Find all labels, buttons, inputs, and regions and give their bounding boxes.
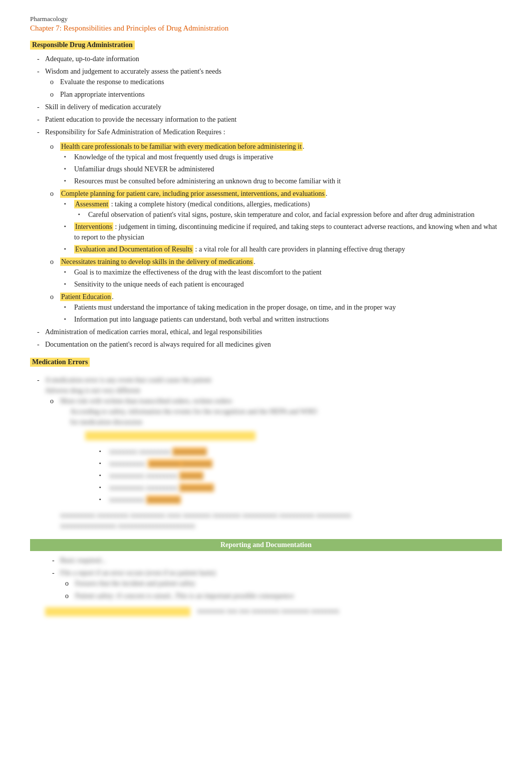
o1-after: . — [303, 143, 305, 150]
blurred-o-1-c: for medication discussion — [70, 417, 502, 427]
section1-main-list: Adequate, up-to-date information Wisdom … — [30, 54, 502, 350]
section3-item-2: File a report if an error occurs (even i… — [45, 568, 502, 601]
section1-heading: Responsible Drug Administration — [30, 41, 135, 50]
interventions-text: : judgement in timing, discontinuing med… — [74, 223, 497, 241]
o2-after: . — [326, 190, 328, 197]
section3-block: Reporting and Documentation Basic requir… — [30, 539, 502, 616]
section3-item-1: Basic required... — [45, 555, 502, 566]
section2-o-list: More risk with written than transcribed … — [45, 396, 502, 427]
section2-highlight-block — [85, 431, 502, 442]
section2-content: A medication error is any event that cou… — [30, 375, 502, 531]
section2-sq-2: xxxxxxxxxx: xxxxxxxxx (xxxxxxx) — [95, 458, 502, 469]
wisdom-sublist: Evaluate the response to medications Pla… — [45, 77, 502, 100]
blurred-o-1-b: According to safety, information the eve… — [70, 406, 502, 417]
assessment-sub: Careful observation of patient's vital s… — [74, 209, 502, 220]
dash-item-1: Adequate, up-to-date information — [30, 54, 502, 64]
chapter-title: Chapter 7: Responsibilities and Principl… — [30, 24, 502, 33]
dash-bottom-1: Administration of medication carries mor… — [30, 327, 502, 337]
o-item-2: Complete planning for patient care, incl… — [45, 188, 502, 254]
o2-sq-list: Assessment : taking a complete history (… — [60, 199, 502, 254]
sq-item-4-2: Information put into language patients c… — [60, 314, 502, 325]
o-item-evaluate: Evaluate the response to medications — [45, 77, 502, 87]
sq-sub-item-2-1-1: Careful observation of patient's vital s… — [74, 209, 502, 220]
section3-heading: Reporting and Documentation — [30, 539, 502, 551]
dash-item-4: Patient education to provide the necessa… — [30, 114, 502, 125]
blurred-o-1-a: More risk with written than transcribed … — [60, 396, 502, 406]
sq-item-1-3: Resources must be consulted before admin… — [60, 176, 502, 186]
o4-highlight: Patient Education — [60, 293, 112, 301]
dash-bottom-2: Documentation on the patient's record is… — [30, 339, 502, 350]
o-item-4: Patient Education. Patients must underst… — [45, 292, 502, 325]
o1-highlight: Health care professionals to be familiar… — [60, 142, 303, 151]
section2-heading-wrapper: Medication Errors — [30, 358, 502, 371]
o1-sq-list: Knowledge of the typical and most freque… — [60, 152, 502, 186]
section2-blurred-item: A medication error is any event that cou… — [30, 375, 502, 427]
o3-after: . — [253, 258, 255, 266]
o3-highlight: Necessitates training to develop skills … — [60, 257, 253, 266]
sq-item-3-2: Sensitivity to the unique needs of each … — [60, 279, 502, 290]
sq-item-2-3: Evaluation and Documentation of Results … — [60, 244, 502, 254]
sq-item-1-1: Knowledge of the typical and most freque… — [60, 152, 502, 162]
section3-o-2: Patient safety: if concern is raised...T… — [60, 591, 502, 601]
section2-blurred-list: A medication error is any event that cou… — [30, 375, 502, 427]
section2-sq-1: xxxxxxxx xxxxxxxxx (xxxxxxxx) — [95, 446, 502, 457]
section2-o-item-1: More risk with written than transcribed … — [45, 396, 502, 427]
section2-blurred-long: xxxxxxxxxx xxxxxxxxx xxxxxxxxxx xxxx xxx… — [60, 510, 502, 531]
interventions-label: Interventions — [74, 222, 113, 231]
section3-list: Basic required... File a report if an er… — [45, 555, 502, 601]
o-item-1: Health care professionals to be familiar… — [45, 141, 502, 186]
o2-highlight: Complete planning for patient care, incl… — [60, 189, 326, 198]
section2-blurred-subitems: xxxxxxxx xxxxxxxxx (xxxxxxxx) xxxxxxxxxx… — [95, 446, 502, 505]
evaluation-text: : a vital role for all health care provi… — [195, 245, 405, 253]
sq-item-2-2: Interventions : judgement in timing, dis… — [60, 221, 502, 242]
sq-item-2-1: Assessment : taking a complete history (… — [60, 199, 502, 220]
sq-item-3-1: Goal is to maximize the effectiveness of… — [60, 267, 502, 278]
sq-item-4-1: Patients must understand the importance … — [60, 302, 502, 313]
section2-sq-3: xxxxxxxxxx xxxxxxxxx (xxxxx) — [95, 470, 502, 481]
section3-o-1: Ensures that the incident and patient sa… — [60, 578, 502, 589]
dash-item-5: Responsibility for Safe Administration o… — [30, 127, 502, 325]
dash-item-2: Wisdom and judgement to accurately asses… — [30, 66, 502, 100]
dash-item-3: Skill in delivery of medication accurate… — [30, 102, 502, 112]
blurred-line-1: A medication error is any event that cou… — [45, 375, 502, 385]
assessment-text: : taking a complete history (medical con… — [111, 200, 310, 208]
section3-bottom-highlight: xxxxxxxx xxx xxx xxxxxxxx xxxxxxxx xxxxx… — [45, 607, 502, 616]
section3-content: Basic required... File a report if an er… — [45, 555, 502, 601]
o-list-main: Health care professionals to be familiar… — [45, 141, 502, 325]
section2-sq-4: xxxxxxxxxx xxxxxxxxx (xxxxxxxx) — [95, 482, 502, 493]
section3-o-list: Ensures that the incident and patient sa… — [60, 578, 502, 601]
assessment-label: Assessment — [74, 200, 109, 208]
o-item-plan: Plan appropriate interventions — [45, 89, 502, 100]
section2-sq-5: xxxxxxxxxx (xxxxxxxx) — [95, 494, 502, 505]
evaluation-label: Evaluation and Documentation of Results — [74, 245, 193, 253]
subject-label: Pharmacology — [30, 15, 502, 23]
section2-blurred-highlight — [85, 431, 255, 440]
blurred-line-2: Adverse drug is not very different — [45, 385, 502, 396]
o4-after: . — [112, 293, 114, 301]
sq-item-1-2: Unfamiliar drugs should NEVER be adminis… — [60, 164, 502, 174]
section2-sq-list: xxxxxxxx xxxxxxxxx (xxxxxxxx) xxxxxxxxxx… — [95, 446, 502, 505]
section2-heading: Medication Errors — [30, 358, 90, 367]
o3-sq-list: Goal is to maximize the effectiveness of… — [60, 267, 502, 290]
o-item-3: Necessitates training to develop skills … — [45, 256, 502, 290]
o4-sq-list: Patients must understand the importance … — [60, 302, 502, 325]
